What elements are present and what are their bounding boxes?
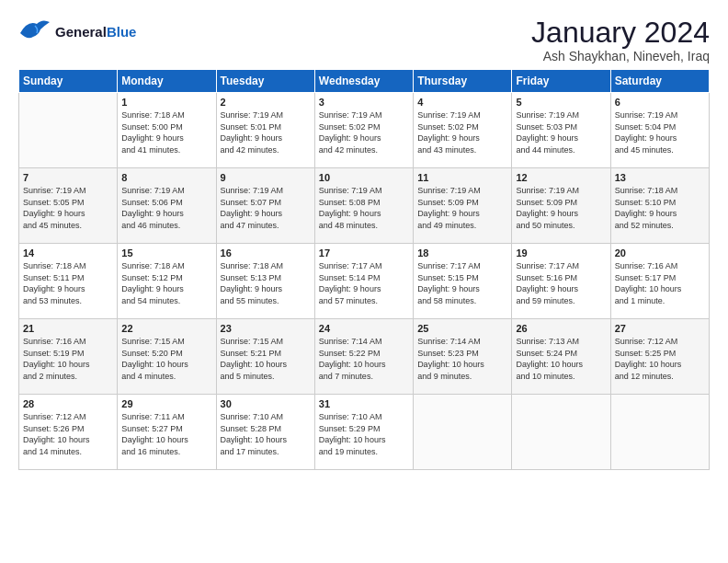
week-row-2: 14 Sunrise: 7:18 AMSunset: 5:11 PMDaylig… — [19, 244, 710, 319]
day-number: 1 — [121, 97, 211, 108]
day-info: Sunrise: 7:19 AMSunset: 5:01 PMDaylight:… — [221, 110, 284, 155]
col-sunday: Sunday — [19, 70, 118, 93]
day-info: Sunrise: 7:18 AMSunset: 5:13 PMDaylight:… — [221, 261, 284, 305]
day-number: 8 — [121, 172, 211, 183]
day-number: 20 — [615, 247, 705, 259]
day-number: 3 — [319, 97, 409, 108]
calendar-table: Sunday Monday Tuesday Wednesday Thursday… — [18, 69, 710, 470]
calendar-title: January 2024 — [531, 17, 710, 49]
day-info: Sunrise: 7:18 AMSunset: 5:10 PMDaylight:… — [615, 186, 678, 230]
calendar-cell: 11 Sunrise: 7:19 AMSunset: 5:09 PMDaylig… — [414, 168, 512, 244]
day-number: 15 — [121, 247, 211, 259]
day-info: Sunrise: 7:14 AMSunset: 5:23 PMDaylight:… — [417, 337, 484, 381]
calendar-cell: 14 Sunrise: 7:18 AMSunset: 5:11 PMDaylig… — [19, 244, 118, 319]
day-info: Sunrise: 7:17 AMSunset: 5:14 PMDaylight:… — [319, 261, 382, 305]
calendar-cell: 21 Sunrise: 7:16 AMSunset: 5:19 PMDaylig… — [19, 319, 118, 395]
calendar-cell: 6 Sunrise: 7:19 AMSunset: 5:04 PMDayligh… — [610, 93, 709, 168]
day-info: Sunrise: 7:17 AMSunset: 5:16 PMDaylight:… — [516, 261, 579, 305]
day-info: Sunrise: 7:19 AMSunset: 5:09 PMDaylight:… — [417, 186, 481, 230]
calendar-cell: 8 Sunrise: 7:19 AMSunset: 5:06 PMDayligh… — [118, 168, 216, 244]
day-info: Sunrise: 7:16 AMSunset: 5:19 PMDaylight:… — [23, 337, 90, 381]
week-row-0: 1 Sunrise: 7:18 AMSunset: 5:00 PMDayligh… — [19, 93, 710, 168]
calendar-cell — [414, 395, 512, 470]
week-row-3: 21 Sunrise: 7:16 AMSunset: 5:19 PMDaylig… — [19, 319, 710, 395]
day-number: 6 — [615, 97, 705, 108]
header-row: Sunday Monday Tuesday Wednesday Thursday… — [19, 70, 710, 93]
col-thursday: Thursday — [414, 70, 512, 93]
col-tuesday: Tuesday — [216, 70, 314, 93]
calendar-cell: 9 Sunrise: 7:19 AMSunset: 5:07 PMDayligh… — [216, 168, 314, 244]
calendar-cell: 31 Sunrise: 7:10 AMSunset: 5:29 PMDaylig… — [314, 395, 413, 470]
col-saturday: Saturday — [610, 70, 709, 93]
calendar-cell: 17 Sunrise: 7:17 AMSunset: 5:14 PMDaylig… — [314, 244, 413, 319]
day-number: 22 — [121, 323, 211, 334]
calendar-cell: 15 Sunrise: 7:18 AMSunset: 5:12 PMDaylig… — [118, 244, 216, 319]
day-number: 10 — [319, 172, 409, 183]
day-info: Sunrise: 7:19 AMSunset: 5:08 PMDaylight:… — [319, 186, 382, 230]
day-number: 29 — [121, 398, 211, 409]
day-info: Sunrise: 7:10 AMSunset: 5:28 PMDaylight:… — [221, 412, 288, 456]
day-number: 23 — [221, 323, 311, 334]
day-number: 7 — [23, 172, 113, 183]
day-number: 17 — [319, 247, 409, 259]
calendar-cell: 2 Sunrise: 7:19 AMSunset: 5:01 PMDayligh… — [216, 93, 314, 168]
calendar-cell: 18 Sunrise: 7:17 AMSunset: 5:15 PMDaylig… — [414, 244, 512, 319]
day-info: Sunrise: 7:19 AMSunset: 5:05 PMDaylight:… — [23, 186, 86, 230]
logo: GeneralBlue — [18, 17, 136, 48]
day-number: 18 — [417, 247, 507, 259]
calendar-cell: 13 Sunrise: 7:18 AMSunset: 5:10 PMDaylig… — [610, 168, 709, 244]
day-number: 30 — [221, 398, 311, 409]
calendar-cell: 30 Sunrise: 7:10 AMSunset: 5:28 PMDaylig… — [216, 395, 314, 470]
day-number: 16 — [221, 247, 311, 259]
calendar-cell: 16 Sunrise: 7:18 AMSunset: 5:13 PMDaylig… — [216, 244, 314, 319]
day-number: 19 — [516, 247, 606, 259]
calendar-cell: 24 Sunrise: 7:14 AMSunset: 5:22 PMDaylig… — [314, 319, 413, 395]
page: GeneralBlue January 2024 Ash Shaykhan, N… — [0, 0, 728, 481]
day-number: 25 — [417, 323, 507, 334]
col-friday: Friday — [512, 70, 610, 93]
day-number: 9 — [221, 172, 311, 183]
day-number: 5 — [516, 97, 606, 108]
day-number: 27 — [615, 323, 705, 334]
calendar-cell: 27 Sunrise: 7:12 AMSunset: 5:25 PMDaylig… — [610, 319, 709, 395]
calendar-cell: 4 Sunrise: 7:19 AMSunset: 5:02 PMDayligh… — [414, 93, 512, 168]
day-info: Sunrise: 7:17 AMSunset: 5:15 PMDaylight:… — [417, 261, 481, 305]
header: GeneralBlue January 2024 Ash Shaykhan, N… — [18, 17, 710, 63]
day-number: 26 — [516, 323, 606, 334]
day-info: Sunrise: 7:13 AMSunset: 5:24 PMDaylight:… — [516, 337, 583, 381]
col-monday: Monday — [118, 70, 216, 93]
day-info: Sunrise: 7:19 AMSunset: 5:02 PMDaylight:… — [417, 110, 481, 155]
calendar-cell: 10 Sunrise: 7:19 AMSunset: 5:08 PMDaylig… — [314, 168, 413, 244]
logo-blue: Blue — [107, 24, 137, 40]
day-number: 11 — [417, 172, 507, 183]
calendar-cell: 23 Sunrise: 7:15 AMSunset: 5:21 PMDaylig… — [216, 319, 314, 395]
day-number: 2 — [221, 97, 311, 108]
day-info: Sunrise: 7:18 AMSunset: 5:00 PMDaylight:… — [121, 110, 185, 155]
day-info: Sunrise: 7:19 AMSunset: 5:03 PMDaylight:… — [516, 110, 579, 155]
logo-general: General — [55, 24, 107, 40]
day-number: 21 — [23, 323, 113, 334]
calendar-cell: 12 Sunrise: 7:19 AMSunset: 5:09 PMDaylig… — [512, 168, 610, 244]
day-number: 12 — [516, 172, 606, 183]
day-info: Sunrise: 7:12 AMSunset: 5:26 PMDaylight:… — [23, 412, 90, 456]
day-info: Sunrise: 7:19 AMSunset: 5:06 PMDaylight:… — [121, 186, 185, 230]
calendar-cell: 26 Sunrise: 7:13 AMSunset: 5:24 PMDaylig… — [512, 319, 610, 395]
day-info: Sunrise: 7:11 AMSunset: 5:27 PMDaylight:… — [121, 412, 188, 456]
col-wednesday: Wednesday — [314, 70, 413, 93]
calendar-cell: 20 Sunrise: 7:16 AMSunset: 5:17 PMDaylig… — [610, 244, 709, 319]
logo-bird-icon — [18, 17, 51, 48]
day-info: Sunrise: 7:19 AMSunset: 5:09 PMDaylight:… — [516, 186, 579, 230]
calendar-cell: 28 Sunrise: 7:12 AMSunset: 5:26 PMDaylig… — [19, 395, 118, 470]
day-number: 31 — [319, 398, 409, 409]
day-number: 13 — [615, 172, 705, 183]
day-info: Sunrise: 7:12 AMSunset: 5:25 PMDaylight:… — [615, 337, 682, 381]
day-number: 24 — [319, 323, 409, 334]
calendar-cell — [19, 93, 118, 168]
day-number: 14 — [23, 247, 113, 259]
calendar-cell: 22 Sunrise: 7:15 AMSunset: 5:20 PMDaylig… — [118, 319, 216, 395]
day-info: Sunrise: 7:19 AMSunset: 5:07 PMDaylight:… — [221, 186, 284, 230]
calendar-cell — [610, 395, 709, 470]
calendar-cell: 7 Sunrise: 7:19 AMSunset: 5:05 PMDayligh… — [19, 168, 118, 244]
day-info: Sunrise: 7:15 AMSunset: 5:21 PMDaylight:… — [221, 337, 288, 381]
title-block: January 2024 Ash Shaykhan, Nineveh, Iraq — [531, 17, 710, 63]
